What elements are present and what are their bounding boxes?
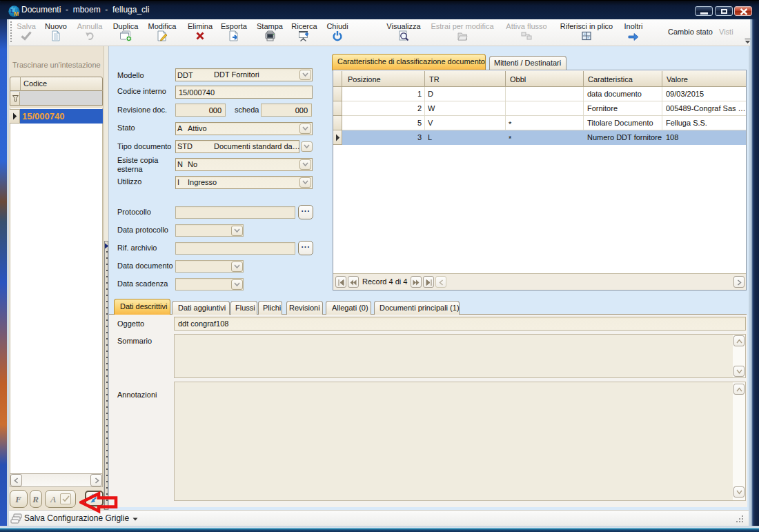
svg-text:M: M: [14, 10, 19, 17]
